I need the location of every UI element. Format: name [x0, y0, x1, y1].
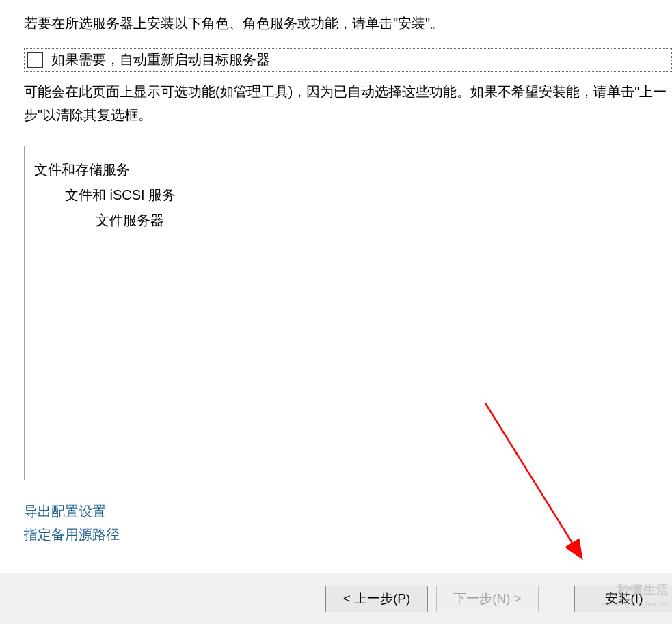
features-tree-box: 文件和存储服务 文件和 iSCSI 服务 文件服务器 [24, 146, 672, 480]
previous-button[interactable]: < 上一步(P) [325, 586, 428, 612]
footer-bar: < 上一步(P) 下一步(N) > 安装(I) [0, 573, 672, 624]
export-config-link[interactable]: 导出配置设置 [24, 500, 106, 523]
description-text: 可能会在此页面上显示可选功能(如管理工具)，因为已自动选择这些功能。如果不希望安… [24, 80, 672, 126]
instruction-text: 若要在所选服务器上安装以下角色、角色服务或功能，请单击"安装"。 [24, 14, 672, 33]
install-button[interactable]: 安装(I) [574, 586, 672, 612]
tree-item: 文件和存储服务 [34, 157, 662, 182]
tree-item: 文件服务器 [34, 208, 662, 233]
auto-restart-checkbox[interactable] [27, 52, 43, 68]
next-button: 下一步(N) > [436, 586, 539, 612]
tree-item: 文件和 iSCSI 服务 [34, 182, 662, 208]
auto-restart-label: 如果需要，自动重新启动目标服务器 [51, 51, 270, 69]
alt-source-path-link[interactable]: 指定备用源路径 [24, 523, 120, 546]
auto-restart-checkbox-row[interactable]: 如果需要，自动重新启动目标服务器 [24, 48, 672, 72]
